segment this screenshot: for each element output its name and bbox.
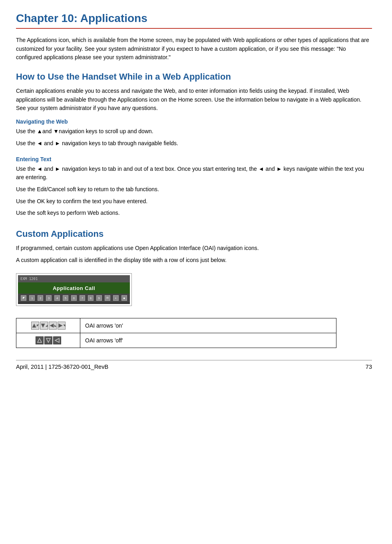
oai-table-row-on: OAI arrows 'on'	[16, 318, 336, 333]
oai-on-icon-4	[58, 322, 66, 330]
oai-on-icon-grid	[31, 322, 66, 330]
svg-marker-5	[46, 338, 50, 342]
oai-bottom-icon-3: 2	[38, 295, 43, 301]
oai-arrows-table: OAI arrows 'on'	[16, 318, 336, 348]
entering-text-heading: Entering Text	[16, 156, 372, 162]
oai-off-icon-3	[53, 336, 61, 344]
svg-marker-6	[55, 338, 59, 342]
custom-apps-para1: If programmed, certain custom applicatio…	[16, 244, 372, 253]
oai-bottom-icon-7: 6	[71, 295, 77, 301]
oai-off-icons-cell	[16, 333, 80, 348]
navigating-web-block: Navigating the Web Use the ▲and ▼navigat…	[16, 118, 372, 148]
oai-table-row-off: OAI arrows 'off'	[16, 333, 336, 348]
app-call-top-text: EXM 1201	[20, 277, 38, 281]
chapter-title: Chapter 10: Applications	[16, 12, 372, 25]
oai-bottom-icon-1: ◤	[21, 295, 26, 301]
entering-text-block: Entering Text Use the ◄ and ► navigation…	[16, 156, 372, 218]
custom-applications-section: Custom Applications If programmed, certa…	[16, 229, 372, 348]
oai-bottom-icon-2: 1	[29, 295, 35, 301]
svg-marker-3	[58, 324, 62, 328]
app-call-top-bar: EXM 1201	[18, 275, 130, 282]
nav-web-para2: Use the ◄ and ► navigation keys to tab t…	[16, 139, 372, 148]
oai-bottom-icon-12: ■	[121, 295, 127, 301]
svg-marker-2	[50, 324, 53, 328]
app-call-screen: EXM 1201 Application Call ◤ 1 2 3 4 5 6 …	[18, 275, 130, 304]
svg-marker-0	[32, 324, 36, 328]
chapter-intro: The Applications icon, which is availabl…	[16, 36, 372, 62]
oai-bottom-icon-8: 7	[80, 295, 85, 301]
app-call-image-box: EXM 1201 Application Call ◤ 1 2 3 4 5 6 …	[16, 273, 132, 306]
oai-bottom-icon-9: 8	[88, 295, 94, 301]
oai-bottom-icon-5: 4	[54, 295, 60, 301]
oai-on-icon-2	[40, 322, 48, 330]
footer-page-number: 73	[366, 364, 372, 370]
oai-on-icons-cell	[16, 318, 80, 333]
oai-bottom-icon-10: 9	[96, 295, 102, 301]
section1-intro: Certain applications enable you to acces…	[16, 87, 372, 113]
oai-on-icon-1	[31, 322, 39, 330]
entering-text-para4: Use the soft keys to perform Web actions…	[16, 209, 372, 218]
footer-left: April, 2011 | 1725-36720-001_RevB	[16, 364, 108, 370]
custom-apps-para2: A custom application call is identified …	[16, 256, 372, 265]
app-call-label: Application Call	[53, 285, 95, 291]
svg-marker-1	[41, 324, 44, 328]
page-footer: April, 2011 | 1725-36720-001_RevB 73	[16, 360, 372, 370]
entering-text-para2: Use the Edit/Cancel soft key to return t…	[16, 185, 372, 194]
oai-bottom-icon-4: 3	[46, 295, 52, 301]
oai-bottom-icon-11: +	[113, 295, 119, 301]
entering-text-para3: Use the OK key to confirm the text you h…	[16, 197, 372, 206]
app-call-main: Application Call	[18, 282, 130, 294]
oai-off-label: OAI arrows 'off'	[85, 337, 123, 344]
section2-heading: Custom Applications	[16, 229, 372, 239]
oai-bottom-icon-envelope: ✉	[105, 295, 110, 301]
app-call-bottom-icons: ◤ 1 2 3 4 5 6 7 8 9 ✉ + ■	[18, 294, 130, 302]
oai-on-label: OAI arrows 'on'	[85, 322, 123, 329]
nav-web-para1: Use the ▲and ▼navigation keys to scroll …	[16, 127, 372, 136]
chapter-rule	[16, 28, 372, 29]
entering-text-para1: Use the ◄ and ► navigation keys to tab i…	[16, 165, 372, 182]
oai-off-label-cell: OAI arrows 'off'	[80, 333, 336, 348]
oai-on-icon-3	[49, 322, 57, 330]
oai-off-icon-2	[44, 336, 52, 344]
oai-off-icon-1	[36, 336, 44, 344]
section1-heading: How to Use the Handset While in a Web Ap…	[16, 72, 372, 82]
navigating-web-heading: Navigating the Web	[16, 118, 372, 125]
svg-marker-4	[38, 338, 42, 342]
oai-on-label-cell: OAI arrows 'on'	[80, 318, 336, 333]
oai-bottom-icon-6: 5	[63, 295, 68, 301]
oai-off-icon-grid	[36, 336, 61, 344]
